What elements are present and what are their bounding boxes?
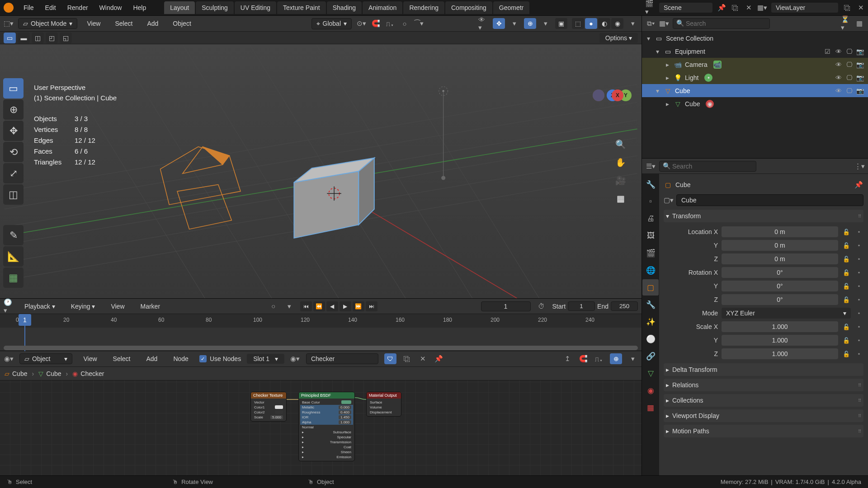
material-slot-selector[interactable]: Slot 1▾ <box>247 354 284 364</box>
datablock-name-input[interactable] <box>676 194 863 206</box>
select-mode-circle-icon[interactable]: ◫ <box>32 33 44 43</box>
render-toggle-icon[interactable]: 📷 <box>856 61 864 68</box>
animate-icon[interactable]: • <box>854 324 863 330</box>
end-frame-input[interactable] <box>611 301 638 311</box>
panel-delta-transform-header[interactable]: ▸Delta Transform <box>664 363 863 376</box>
disclosure-icon[interactable]: ▸ <box>665 74 670 81</box>
node-principled-bsdf[interactable]: Principled BSDF Base Color Metallic0.000… <box>298 392 355 461</box>
orientation-selector[interactable]: ⌖ Global▾ <box>311 18 352 29</box>
nav-perspective-icon[interactable]: ▦ <box>614 193 627 206</box>
editor-type-3dview-icon[interactable]: ⬚▾ <box>4 19 14 28</box>
prev-keyframe-icon[interactable]: ⏪ <box>313 301 325 311</box>
viewlayer-name-input[interactable] <box>771 2 839 13</box>
tab-constraints-icon[interactable]: 🔗 <box>642 348 659 364</box>
disclosure-icon[interactable]: ▾ <box>655 48 660 55</box>
select-mode-box-icon[interactable]: ▬ <box>18 33 30 43</box>
workspace-tab-shading[interactable]: Shading <box>326 1 362 14</box>
proportional-falloff-icon[interactable]: ⁀▾ <box>414 19 424 28</box>
nav-pan-icon[interactable]: ✋ <box>614 157 627 170</box>
shading-rendered-icon[interactable]: ◉ <box>611 18 623 29</box>
shader-node-area[interactable]: Checker Texture Vector Color1 Color2 Sca… <box>0 380 642 475</box>
timeline-view-menu[interactable]: View <box>106 301 129 312</box>
panel-relations-header[interactable]: ▸Relations⠿ <box>664 379 863 391</box>
pin-icon[interactable]: 📌 <box>854 180 863 190</box>
scale-y-input[interactable]: 1.000 <box>722 335 838 346</box>
tab-modifier-icon[interactable]: 🔧 <box>642 296 659 313</box>
panel-collections-header[interactable]: ▸Collections⠿ <box>664 394 863 407</box>
viewport-menu-add[interactable]: Add <box>142 18 163 29</box>
hide-toggle-icon[interactable]: 👁 <box>834 61 843 68</box>
hide-toggle-icon[interactable]: 👁 <box>834 48 843 55</box>
overlay-shader-icon[interactable]: ⊕ <box>610 353 622 364</box>
lock-icon[interactable]: 🔓 <box>842 256 851 263</box>
lock-icon[interactable]: 🔓 <box>842 296 851 303</box>
scene-pin-icon[interactable]: 📌 <box>717 3 726 13</box>
parent-node-icon[interactable]: ↥ <box>562 354 572 364</box>
tab-physics-icon[interactable]: ⚪ <box>642 331 659 347</box>
hide-toggle-icon[interactable]: 👁 <box>834 87 843 94</box>
location-x-input[interactable]: 0 m <box>722 226 838 237</box>
render-toggle-icon[interactable]: 📷 <box>856 48 864 55</box>
rotation-x-input[interactable]: 0° <box>722 267 838 278</box>
properties-search-input[interactable] <box>659 161 756 172</box>
snap-toggle-icon[interactable]: 🧲 <box>371 19 381 28</box>
visibility-icon[interactable]: 👁▾ <box>478 19 488 28</box>
scene-copy-icon[interactable]: ⿻ <box>730 3 740 13</box>
viewport-menu-object[interactable]: Object <box>168 18 196 29</box>
autokey-dropdown-icon[interactable]: ▾ <box>284 301 294 311</box>
drag-grip-icon[interactable]: ⠿ <box>858 413 861 418</box>
material-browse-icon[interactable]: ◉▾ <box>290 354 300 364</box>
shader-select-menu[interactable]: Select <box>108 353 136 364</box>
rotation-z-input[interactable]: 0° <box>722 294 838 305</box>
tab-tool-icon[interactable]: 🔧 <box>642 176 659 192</box>
tab-particles-icon[interactable]: ✨ <box>642 314 659 330</box>
tool-transform[interactable]: ◫ <box>3 184 24 205</box>
exclude-toggle-icon[interactable]: ☑ <box>823 48 832 55</box>
workspace-tab-compositing[interactable]: Compositing <box>445 1 493 14</box>
animate-icon[interactable]: • <box>854 296 863 303</box>
tool-measure[interactable]: 📐 <box>3 246 24 267</box>
animate-icon[interactable]: • <box>854 256 863 263</box>
editor-type-shader-icon[interactable]: ◉▾ <box>4 354 14 364</box>
overlay-toggle-icon[interactable]: ⊕ <box>524 18 536 29</box>
tool-cursor[interactable]: ⊕ <box>3 99 24 120</box>
display-mode-icon[interactable]: ▦▾ <box>659 19 669 28</box>
node-checker-texture[interactable]: Checker Texture Vector Color1 Color2 Sca… <box>250 392 287 422</box>
location-y-input[interactable]: 0 m <box>722 240 838 251</box>
timeline-scrollbar[interactable] <box>4 346 638 350</box>
disclosure-icon[interactable]: ▾ <box>646 35 651 42</box>
tool-rotate[interactable]: ⟲ <box>3 142 24 162</box>
drag-grip-icon[interactable]: ⠿ <box>858 398 861 403</box>
menu-render[interactable]: Render <box>62 2 93 13</box>
outliner-item-cube-mesh[interactable]: ▸ ▽ Cube ◉ <box>642 97 868 110</box>
tool-scale[interactable]: ⤢ <box>3 163 24 183</box>
panel-transform-header[interactable]: ▾ Transform ⠿ <box>664 210 863 222</box>
disclosure-icon[interactable]: ▸ <box>665 100 670 108</box>
lock-icon[interactable]: 🔓 <box>842 229 851 235</box>
animate-icon[interactable]: • <box>854 351 863 357</box>
lock-icon[interactable]: 🔓 <box>842 337 851 344</box>
animate-icon[interactable]: • <box>854 310 863 317</box>
preview-range-toggle-icon[interactable]: ⏱ <box>537 301 547 311</box>
scale-z-input[interactable]: 1.000 <box>722 348 838 359</box>
axis-x-icon[interactable]: X <box>612 89 623 101</box>
viewlayer-browse-icon[interactable]: ▦▾ <box>757 3 767 13</box>
workspace-tab-uv[interactable]: UV Editing <box>234 1 277 14</box>
workspace-tab-geometry[interactable]: Geometr <box>493 1 530 14</box>
tab-object-icon[interactable]: ▢ <box>642 279 659 296</box>
menu-window[interactable]: Window <box>94 2 127 13</box>
animate-icon[interactable]: • <box>854 242 863 249</box>
workspace-tab-animation[interactable]: Animation <box>362 1 403 14</box>
shading-solid-icon[interactable]: ● <box>585 18 597 29</box>
viewport-toggle-icon[interactable]: 🖵 <box>845 74 854 81</box>
location-z-input[interactable]: 0 m <box>722 253 838 264</box>
autokey-toggle-icon[interactable]: ○ <box>269 301 278 311</box>
outliner-item-camera[interactable]: ▸ 📹 Camera 📹 👁 🖵 📷 <box>642 58 868 71</box>
options-icon[interactable]: ⋮▾ <box>854 161 864 171</box>
axis-neg-z-icon[interactable] <box>593 89 604 101</box>
tab-render-icon[interactable]: ▫ <box>642 193 659 210</box>
shading-material-icon[interactable]: ◐ <box>598 18 610 29</box>
shading-wireframe-icon[interactable]: ⬚ <box>572 18 584 29</box>
bc-material[interactable]: ◉Checker <box>72 370 104 377</box>
nav-gizmo[interactable]: Z Y X <box>593 89 632 129</box>
